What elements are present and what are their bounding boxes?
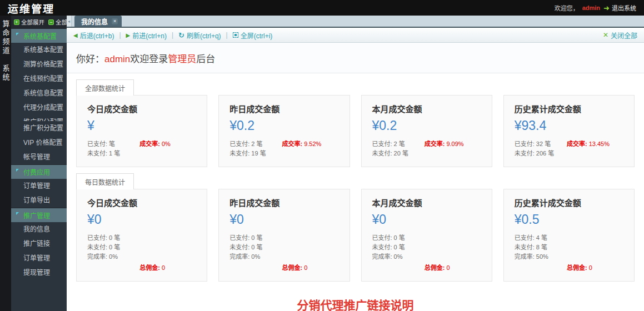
main-area: ◂ 我的信息 × ◀ 后退(ctrl+b) | ▶ 前进(ctrl+n) | ↻… bbox=[67, 16, 644, 311]
deal-rate: 成交率: 13.45% bbox=[567, 139, 610, 149]
group-expanded-icon bbox=[16, 33, 19, 36]
card-amount: ¥0 bbox=[372, 212, 481, 227]
sidebar-group-system-config[interactable]: 系统基配置 bbox=[11, 28, 67, 43]
sidebar-item[interactable]: 系统基本配置 bbox=[11, 43, 67, 57]
completion-rate: 完成率: 50% bbox=[515, 252, 623, 262]
toolbar-separator: | bbox=[119, 31, 121, 39]
card-details: 已支付: 4 笔 未支付: 8 笔 完成率: 50% bbox=[515, 233, 623, 262]
welcome-text: 欢迎您， bbox=[555, 3, 579, 12]
stats-cards-daily: 今日成交金额 ¥0 已支付: 0 笔 未支付: 0 笔 完成率: 0% 总佣金:… bbox=[76, 189, 635, 282]
sidebar-group-paid-apps[interactable]: 付费应用 bbox=[11, 164, 67, 179]
card-details: 已支付: 32 笔 未支付: 206 笔 成交率: 13.45% bbox=[515, 139, 623, 158]
stat-card-today: 今日成交金额 ¥ 已支付: 笔 未支付: 1 笔 成交率: 0% bbox=[76, 95, 207, 167]
sidebar-item[interactable]: 推广积分配置 bbox=[11, 121, 67, 136]
card-amount: ¥93.4 bbox=[515, 118, 623, 133]
stat-card-yesterday: 昨日成交金额 ¥0.2 已支付: 2 笔 未支付: 19 笔 成交率: 9.52… bbox=[218, 95, 350, 167]
unpaid-count: 未支付: 19 笔 bbox=[229, 149, 338, 158]
vertical-title-top: 算命频道 bbox=[1, 20, 11, 56]
promo-title: 分销代理推广链接说明 bbox=[67, 296, 644, 311]
sidebar-item[interactable]: 订单管理 bbox=[11, 251, 67, 265]
close-all-x-icon: ✕ bbox=[603, 31, 608, 39]
card-title: 历史累计成交金额 bbox=[515, 197, 623, 208]
minus-icon: − bbox=[48, 19, 54, 25]
unpaid-count: 未支付: 0 笔 bbox=[229, 243, 338, 252]
forward-arrow-icon: ▶ bbox=[126, 32, 131, 38]
group-expanded-icon bbox=[16, 169, 19, 172]
unpaid-count: 未支付: 20 笔 bbox=[372, 149, 481, 158]
stat-card-yesterday: 昨日成交金额 ¥0 已支付: 0 笔 未支付: 0 笔 完成率: 0% 总佣金:… bbox=[218, 189, 350, 282]
fullscreen-icon bbox=[233, 32, 238, 38]
tab-bar: ◂ 我的信息 × bbox=[67, 16, 644, 28]
stat-card-month: 本月成交金额 ¥0.2 已支付: 2 笔 未支付: 20 笔 成交率: 9.09… bbox=[361, 95, 492, 167]
completion-rate: 完成率: 0% bbox=[372, 252, 481, 262]
logout-arrow-icon: ➜ bbox=[603, 4, 610, 12]
unpaid-count: 未支付: 206 笔 bbox=[515, 149, 623, 158]
card-title: 历史累计成交金额 bbox=[515, 103, 623, 114]
refresh-button[interactable]: ↻ 刷新(ctrl+q) bbox=[178, 31, 221, 40]
unpaid-count: 未支付: 0 笔 bbox=[87, 243, 196, 252]
deal-rate: 成交率: 9.09% bbox=[425, 139, 464, 149]
tab-my-info[interactable]: 我的信息 × bbox=[74, 16, 122, 27]
sidebar-item[interactable]: 在线预约配置 bbox=[11, 72, 67, 86]
toolbar: ◀ 后退(ctrl+b) | ▶ 前进(ctrl+n) | ↻ 刷新(ctrl+… bbox=[67, 28, 644, 43]
sidebar-actions: + 全部展开 − 全部收起 bbox=[11, 16, 67, 28]
sidebar-item-clipped: 推广积分配置 bbox=[11, 115, 67, 121]
sidebar-item[interactable]: 订单管理 bbox=[11, 179, 67, 193]
stat-card-history: 历史累计成交金额 ¥93.4 已支付: 32 笔 未支付: 206 笔 成交率:… bbox=[503, 95, 635, 167]
tab-close-icon[interactable]: × bbox=[112, 18, 118, 24]
paid-count: 已支付: 0 笔 bbox=[229, 233, 338, 243]
sidebar-item[interactable]: 订单导出 bbox=[11, 193, 67, 208]
sidebar-item[interactable]: 代理分成配置 bbox=[11, 101, 67, 115]
refresh-icon: ↻ bbox=[178, 31, 184, 39]
paid-count: 已支付: 0 笔 bbox=[87, 233, 196, 243]
card-title: 昨日成交金额 bbox=[229, 103, 338, 114]
card-title: 今日成交金额 bbox=[87, 197, 196, 208]
card-amount: ¥0.2 bbox=[229, 118, 338, 133]
back-button[interactable]: ◀ 后退(ctrl+b) bbox=[73, 31, 114, 40]
sidebar-item[interactable]: 帐号管理 bbox=[11, 150, 67, 164]
logout-link[interactable]: 退出系统 bbox=[612, 3, 636, 12]
card-title: 今日成交金额 bbox=[87, 103, 196, 114]
total-commission: 总佣金: 0 bbox=[87, 263, 196, 273]
stats-tab-all[interactable]: 全部数据统计 bbox=[76, 79, 134, 96]
card-amount: ¥0.2 bbox=[372, 118, 481, 133]
total-commission: 总佣金: 0 bbox=[372, 263, 481, 273]
top-bar: 运维管理 欢迎您，admin ➜ 退出系统 bbox=[0, 0, 644, 16]
app-logo: 运维管理 bbox=[7, 1, 55, 16]
card-details: 已支付: 2 笔 未支付: 20 笔 成交率: 9.09% bbox=[372, 139, 481, 158]
card-details: 已支付: 0 笔 未支付: 0 笔 完成率: 0% bbox=[229, 233, 338, 262]
sidebar-item[interactable]: VIP 价格配置 bbox=[11, 136, 67, 150]
content-panel: 你好：admin欢迎登录管理员后台 全部数据统计 今日成交金额 ¥ 已支付: 笔… bbox=[67, 43, 644, 311]
tab-scroll-left-button[interactable]: ◂ bbox=[67, 16, 72, 27]
stats-cards-all: 今日成交金额 ¥ 已支付: 笔 未支付: 1 笔 成交率: 0% 昨日成交金额 … bbox=[76, 95, 635, 167]
unpaid-count: 未支付: 1 笔 bbox=[87, 149, 196, 158]
completion-rate: 完成率: 0% bbox=[229, 252, 338, 262]
unpaid-count: 未支付: 8 笔 bbox=[515, 243, 623, 252]
stats-section-daily: 每日数据统计 今日成交金额 ¥0 已支付: 0 笔 未支付: 0 笔 完成率: … bbox=[76, 173, 635, 282]
expand-all-button[interactable]: + 全部展开 bbox=[14, 18, 44, 26]
card-details: 已支付: 0 笔 未支付: 0 笔 完成率: 0% bbox=[372, 233, 481, 262]
card-title: 昨日成交金额 bbox=[229, 197, 338, 208]
promo-section: 分销代理推广链接说明 复制你的专属推广链接，只要用户下单你即可获取提成。 关于提… bbox=[67, 282, 644, 311]
card-amount: ¥0 bbox=[87, 212, 196, 227]
greeting-bar: 你好：admin欢迎登录管理员后台 bbox=[67, 43, 644, 73]
card-details: 已支付: 0 笔 未支付: 0 笔 完成率: 0% bbox=[87, 233, 196, 262]
plus-icon: + bbox=[14, 19, 19, 25]
sidebar-group-promotion[interactable]: 推广管理 bbox=[11, 208, 67, 222]
deal-rate: 成交率: 9.52% bbox=[282, 139, 321, 149]
username-text: admin bbox=[582, 4, 600, 11]
greeting-username: admin bbox=[104, 54, 130, 64]
sidebar-item[interactable]: 测算价格配置 bbox=[11, 57, 67, 72]
fullscreen-button[interactable]: 全屏(ctrl+i) bbox=[233, 31, 273, 40]
sidebar-item[interactable]: 系统信息配置 bbox=[11, 86, 67, 101]
unpaid-count: 未支付: 0 笔 bbox=[372, 243, 481, 252]
sidebar-item[interactable]: 我的信息 bbox=[11, 222, 67, 237]
stats-tab-daily[interactable]: 每日数据统计 bbox=[76, 173, 134, 189]
sidebar-item[interactable]: 推广链接 bbox=[11, 237, 67, 251]
welcome-area: 欢迎您，admin ➜ 退出系统 bbox=[555, 3, 636, 12]
forward-button[interactable]: ▶ 前进(ctrl+n) bbox=[126, 31, 167, 40]
card-title: 本月成交金额 bbox=[372, 103, 481, 114]
close-all-button[interactable]: ✕ 关闭全部 bbox=[603, 31, 637, 40]
greeting-role: 管理员 bbox=[168, 54, 196, 64]
sidebar-item[interactable]: 提现管理 bbox=[11, 265, 67, 280]
